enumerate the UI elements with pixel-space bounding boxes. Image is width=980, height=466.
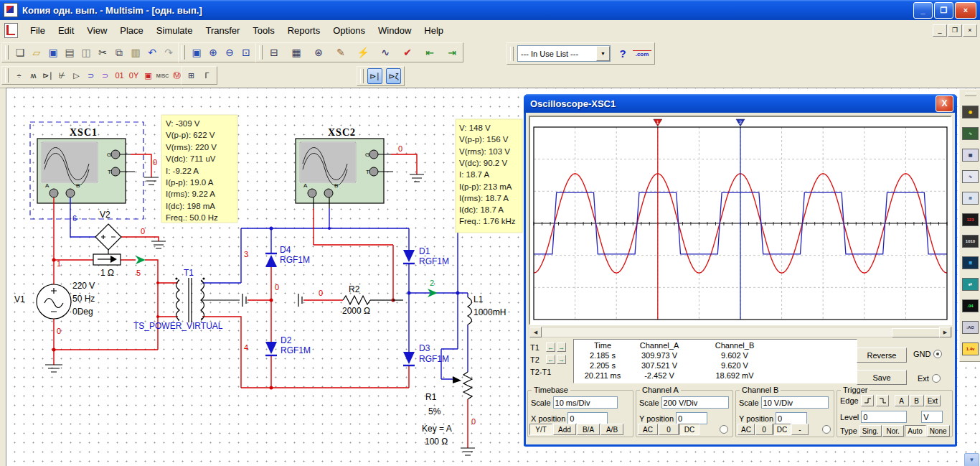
gnd-radio[interactable]: GND	[913, 350, 942, 358]
in-use-list-combobox[interactable]: --- In Use List --- ▼	[517, 45, 611, 62]
channel-b-yposition-input[interactable]	[776, 412, 807, 424]
cb-buttons-dc-button[interactable]: DC	[773, 424, 791, 435]
menu-window[interactable]: Window	[372, 23, 418, 38]
close-button[interactable]: ×	[955, 2, 976, 19]
trig-src-buttons-b-button[interactable]: B	[910, 395, 924, 406]
channel-b-radio[interactable]	[822, 425, 831, 434]
word-generator-icon[interactable]: 1010	[962, 234, 979, 248]
toolbar-grip[interactable]	[5, 45, 9, 60]
timebase-xposition-input[interactable]	[567, 412, 608, 424]
grapher-icon[interactable]: ∿	[377, 45, 393, 60]
trigger-edge-rising-icon[interactable]	[861, 395, 874, 406]
print-icon[interactable]: ▤	[62, 45, 77, 60]
menu-simulate[interactable]: Simulate	[150, 23, 199, 38]
cmos-components-icon[interactable]: ⊃	[98, 68, 112, 83]
place-diode-icon[interactable]: ⊳∣	[367, 68, 382, 84]
ext-radio-circle[interactable]	[932, 374, 941, 383]
toolbar-grip[interactable]	[182, 45, 185, 60]
zoom-area-icon[interactable]: ⊡	[238, 45, 254, 60]
diode-components-icon[interactable]: ⊳∣	[41, 68, 55, 83]
t2-left-button[interactable]: ←	[546, 355, 555, 364]
copy-icon[interactable]: ⧉	[111, 45, 127, 60]
trig-type-buttons-sing--button[interactable]: Sing.	[859, 425, 882, 437]
misc-components-icon[interactable]: MISC	[156, 68, 169, 83]
new-icon[interactable]: ❏	[12, 45, 28, 60]
toolbar-grip[interactable]	[510, 47, 514, 61]
save-button[interactable]: Save	[857, 370, 907, 385]
oscilloscope-icon[interactable]: ∿	[962, 169, 979, 183]
menu-view[interactable]: View	[80, 23, 113, 38]
design-toolbox-icon[interactable]: ⊟	[266, 45, 282, 60]
channel-a-scale-input[interactable]	[661, 396, 729, 409]
back-annotate-icon[interactable]: ⇤	[422, 45, 438, 60]
bus-icon[interactable]: Γ	[200, 68, 214, 83]
ca-buttons-0-button[interactable]: 0	[659, 424, 679, 435]
menu-help[interactable]: Help	[418, 23, 450, 38]
toolbar-grip[interactable]	[259, 45, 263, 60]
print-preview-icon[interactable]: ◫	[78, 45, 94, 60]
indicators-components-icon[interactable]: ▣	[141, 68, 155, 83]
t1-right-button[interactable]: →	[557, 342, 566, 352]
oscilloscope-hscrollbar[interactable]: ◀ ▶	[529, 327, 952, 337]
menu-place[interactable]: Place	[113, 23, 150, 38]
cut-icon[interactable]: ✂	[95, 45, 110, 60]
scroll-left-icon[interactable]: ◀	[529, 327, 542, 337]
canvas-scroll-down-icon[interactable]: ▼	[964, 453, 979, 466]
spreadsheet-view-icon[interactable]: ▦	[288, 45, 304, 60]
zoom-in-icon[interactable]: ⊕	[205, 45, 221, 60]
help-icon[interactable]: ?	[616, 47, 630, 60]
mixed-components-icon[interactable]: 0Y	[127, 68, 141, 83]
scroll-thumb[interactable]	[892, 328, 943, 337]
trig-type-buttons-auto-button[interactable]: Auto	[905, 425, 926, 437]
restore-button[interactable]: ❐	[934, 2, 953, 19]
menu-edit[interactable]: Edit	[52, 23, 80, 38]
frequency-counter-icon[interactable]: 123	[962, 213, 979, 226]
ca-buttons-ac-button[interactable]: AC	[638, 424, 658, 435]
place-zener-icon[interactable]: ⊳ζ	[386, 68, 401, 84]
trig-type-buttons-nor--button[interactable]: Nor.	[882, 425, 904, 437]
tb-mode-buttons-a-b-button[interactable]: A/B	[600, 424, 623, 435]
trig-src-buttons-ext-button[interactable]: Ext	[925, 395, 941, 406]
save-icon[interactable]: ▣	[45, 45, 61, 60]
hierarchical-block-icon[interactable]: ⊞	[184, 68, 198, 83]
trig-src-buttons-a-button[interactable]: A	[895, 395, 909, 406]
menu-file[interactable]: File	[24, 23, 52, 38]
combo-dropdown-icon[interactable]: ▼	[596, 46, 610, 61]
mdi-close-button[interactable]: ×	[963, 24, 977, 37]
postprocessor-icon[interactable]: ✔	[400, 45, 415, 60]
channel-a-radio[interactable]	[720, 425, 728, 434]
trig-type-buttons-none-button[interactable]: None	[927, 425, 950, 437]
misc-digital-components-icon[interactable]: 01	[113, 68, 126, 83]
distortion-analyzer-icon[interactable]: :AG	[962, 320, 979, 334]
menu-tools[interactable]: Tools	[246, 23, 281, 38]
titlebar[interactable]: Копия одн. вып. - Multisim - [одн. вып.]…	[0, 0, 980, 20]
t2-right-button[interactable]: →	[557, 355, 566, 364]
logic-analyzer-icon[interactable]: ≣	[962, 256, 979, 269]
oscilloscope-close-button[interactable]: X	[936, 95, 953, 112]
basic-components-icon[interactable]: ʍ	[27, 68, 40, 83]
open-icon[interactable]: ▱	[29, 45, 44, 60]
cb-buttons-ac-button[interactable]: AC	[738, 424, 755, 435]
forward-annotate-icon[interactable]: ⇥	[444, 45, 460, 60]
channel-b-scale-input[interactable]	[761, 396, 829, 409]
ext-radio[interactable]: Ext	[918, 374, 941, 383]
channel-a-yposition-input[interactable]	[676, 412, 707, 424]
education-web-icon[interactable]: .com	[633, 50, 651, 57]
mdi-minimize-button[interactable]: _	[933, 24, 947, 37]
zoom-full-icon[interactable]: ▣	[189, 45, 204, 60]
tb-mode-buttons-b-a-button[interactable]: B/A	[577, 424, 600, 435]
toolbar-grip[interactable]	[5, 68, 9, 83]
sources-components-icon[interactable]: ÷	[12, 68, 26, 83]
timebase-scale-input[interactable]	[553, 396, 618, 409]
multimeter-icon[interactable]: ◉	[962, 105, 979, 118]
reverse-button[interactable]: Reverse	[857, 348, 907, 363]
menu-transfer[interactable]: Transfer	[199, 23, 246, 38]
oscilloscope-titlebar[interactable]: Oscilloscope-XSC1 X	[524, 94, 957, 113]
database-manager-icon[interactable]: ⊛	[311, 45, 326, 60]
wattmeter-icon[interactable]: ▦	[962, 148, 979, 162]
menu-options[interactable]: Options	[326, 23, 372, 38]
undo-icon[interactable]: ↶	[144, 45, 160, 60]
function-generator-icon[interactable]: ∿	[962, 126, 979, 140]
t1-left-button[interactable]: ←	[546, 342, 555, 352]
cb-buttons--button[interactable]: -	[791, 424, 809, 435]
